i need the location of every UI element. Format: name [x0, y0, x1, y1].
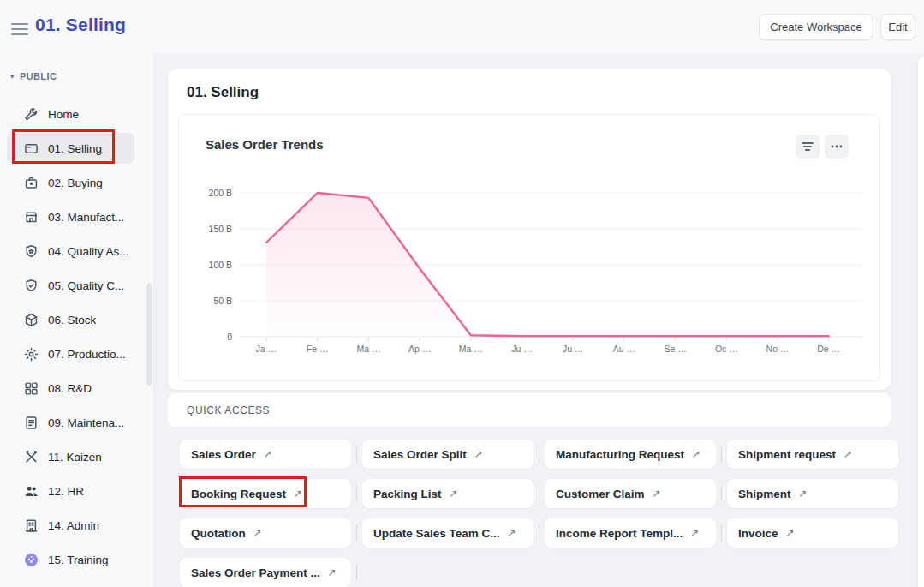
- shortcut-sales-order-split[interactable]: Sales Order Split↗: [362, 440, 534, 469]
- quick-access-title: QUICK ACCESS: [187, 404, 270, 416]
- shortcut-label: Shipment request: [738, 448, 836, 461]
- sidebar-item-label: 14. Admin: [48, 519, 99, 532]
- sidebar-item-02-buying[interactable]: 02. Buying: [0, 165, 154, 200]
- shortcut-manufacturing-request[interactable]: Manufacturing Request↗: [545, 440, 716, 469]
- svg-text:100 B: 100 B: [209, 260, 232, 270]
- shortcut-shipment-request[interactable]: Shipment request↗: [727, 440, 898, 469]
- sidebar-item-06-stock[interactable]: 06. Stock: [0, 302, 154, 337]
- arrow-up-right-icon: ↗: [799, 488, 808, 500]
- sidebar-item-15-training[interactable]: 15. Training: [0, 542, 154, 577]
- wrench-icon: [24, 107, 39, 122]
- arrow-up-right-icon: ↗: [450, 488, 458, 500]
- sidebar-item-05-quality-c[interactable]: 05. Quality C...: [0, 268, 154, 302]
- sidebar-item-09-maintena[interactable]: 09. Maintena...: [0, 405, 154, 440]
- arrow-up-right-icon: ↗: [328, 566, 337, 578]
- sidebar-item-label: 12. HR: [48, 485, 84, 498]
- sidebar-item-01-selling[interactable]: 01. Selling: [0, 131, 154, 165]
- svg-text:No …: No …: [766, 344, 790, 354]
- svg-text:Se …: Se …: [664, 344, 686, 354]
- arrow-up-right-icon: ↗: [294, 488, 302, 500]
- sidebar-scrollbar[interactable]: [146, 283, 152, 386]
- sidebar-item-label: 06. Stock: [48, 314, 96, 326]
- arrow-up-right-icon: ↗: [653, 488, 661, 500]
- sidebar-item-08-r-d[interactable]: 08. R&D: [0, 371, 154, 405]
- svg-text:Au …: Au …: [613, 344, 635, 354]
- arrow-up-right-icon: ↗: [786, 527, 795, 539]
- edit-button[interactable]: Edit: [880, 14, 915, 40]
- shortcut-packing-list[interactable]: Packing List↗: [362, 479, 534, 508]
- svg-text:200 B: 200 B: [209, 188, 232, 198]
- sidebar-item-home[interactable]: Home: [0, 97, 154, 131]
- arrow-up-right-icon: ↗: [844, 448, 852, 460]
- shortcut-sales-order-payment[interactable]: Sales Order Payment ...↗: [180, 558, 351, 587]
- shortcut-divider: [539, 446, 539, 462]
- shortcut-divider: [356, 446, 357, 462]
- shortcut-label: Invoice: [738, 527, 778, 540]
- shortcut-divider: [539, 486, 539, 501]
- top-header: 01. Selling Create Workspace Edit: [0, 0, 924, 53]
- sidebar-item-03-manufact[interactable]: 03. Manufact...: [0, 200, 154, 234]
- shortcut-divider: [356, 525, 357, 541]
- sidebar-item-14-admin[interactable]: 14. Admin: [0, 508, 154, 542]
- arrow-up-right-icon: ↗: [692, 448, 700, 460]
- svg-text:0: 0: [227, 332, 232, 342]
- svg-text:Ap …: Ap …: [408, 344, 431, 354]
- shortcut-income-report-templ[interactable]: Income Report Templ...↗: [545, 518, 716, 548]
- shortcut-divider: [539, 525, 539, 541]
- shortcut-label: Packing List: [373, 488, 442, 500]
- shortcut-shipment[interactable]: Shipment↗: [727, 479, 898, 508]
- svg-text:Ju …: Ju …: [563, 344, 584, 354]
- sidebar-item-label: 05. Quality C...: [48, 279, 124, 292]
- training-badge-icon: [24, 553, 39, 567]
- hamburger-menu-icon[interactable]: [11, 20, 28, 33]
- arrow-up-right-icon: ↗: [690, 527, 699, 539]
- sidebar-item-07-productio[interactable]: 07. Productio...: [0, 337, 154, 371]
- sidebar-item-label: 01. Selling: [48, 142, 102, 155]
- shortcut-label: Shipment: [738, 488, 791, 500]
- shield-check-icon: [24, 279, 39, 293]
- users-icon: [24, 484, 39, 499]
- svg-text:Ja …: Ja …: [256, 344, 277, 354]
- sidebar-item-04-quality-as[interactable]: 04. Quality As...: [0, 234, 154, 268]
- sidebar-section-public[interactable]: ▾ PUBLIC: [10, 71, 57, 81]
- shortcut-divider: [356, 565, 357, 580]
- sidebar-item-label: 04. Quality As...: [48, 245, 129, 258]
- workspace-content-card: 01. Selling Sales Order Trends 200 B150 …: [168, 69, 891, 390]
- shortcut-customer-claim[interactable]: Customer Claim↗: [545, 479, 716, 508]
- shortcut-quotation[interactable]: Quotation↗: [180, 518, 351, 548]
- sidebar-item-label: 09. Maintena...: [48, 416, 124, 429]
- sales-order-trends-chart-card: Sales Order Trends 200 B150 B100 B50 B0J…: [178, 114, 880, 381]
- quick-access-grid: Sales Order↗Sales Order Split↗Manufactur…: [180, 440, 898, 587]
- svg-text:Ju …: Ju …: [511, 344, 533, 354]
- shortcut-label: Sales Order Payment ...: [191, 566, 320, 579]
- shortcut-sales-order[interactable]: Sales Order↗: [180, 440, 351, 469]
- shortcut-label: Income Report Templ...: [556, 527, 683, 540]
- quick-access-header: QUICK ACCESS: [168, 393, 891, 427]
- shortcut-invoice[interactable]: Invoice↗: [727, 518, 898, 548]
- arrow-up-right-icon: ↗: [253, 527, 262, 539]
- svg-text:Ma …: Ma …: [459, 344, 483, 354]
- sidebar-item-11-kaizen[interactable]: 11. Kaizen: [0, 440, 154, 474]
- shortcut-label: Manufacturing Request: [556, 448, 684, 461]
- sidebar: ▾ PUBLIC Home01. Selling02. Buying03. Ma…: [0, 53, 154, 587]
- sidebar-item-label: 07. Productio...: [48, 348, 126, 361]
- sidebar-item-label: 15. Training: [48, 554, 109, 566]
- sidebar-item-label: 08. R&D: [48, 382, 92, 395]
- shortcut-booking-request[interactable]: Booking Request↗: [180, 479, 351, 508]
- shortcut-update-sales-team-c[interactable]: Update Sales Team C...↗: [362, 518, 534, 548]
- sidebar-item-list: Home01. Selling02. Buying03. Manufact...…: [0, 97, 154, 577]
- shortcut-label: Update Sales Team C...: [373, 527, 500, 540]
- file-text-icon: [24, 416, 39, 430]
- workspace-title: 01. Selling: [35, 15, 126, 35]
- shortcut-label: Sales Order: [191, 448, 256, 461]
- svg-text:Oc …: Oc …: [715, 344, 738, 354]
- shortcut-label: Customer Claim: [556, 488, 645, 500]
- shortcut-divider: [356, 486, 357, 501]
- sidebar-item-label: 11. Kaizen: [48, 451, 102, 464]
- svg-text:Ma …: Ma …: [356, 344, 380, 354]
- create-workspace-button[interactable]: Create Workspace: [759, 14, 873, 40]
- svg-text:50 B: 50 B: [213, 296, 232, 306]
- sidebar-item-12-hr[interactable]: 12. HR: [0, 474, 154, 508]
- building-icon: [24, 518, 39, 533]
- sidebar-item-label: 02. Buying: [48, 177, 103, 189]
